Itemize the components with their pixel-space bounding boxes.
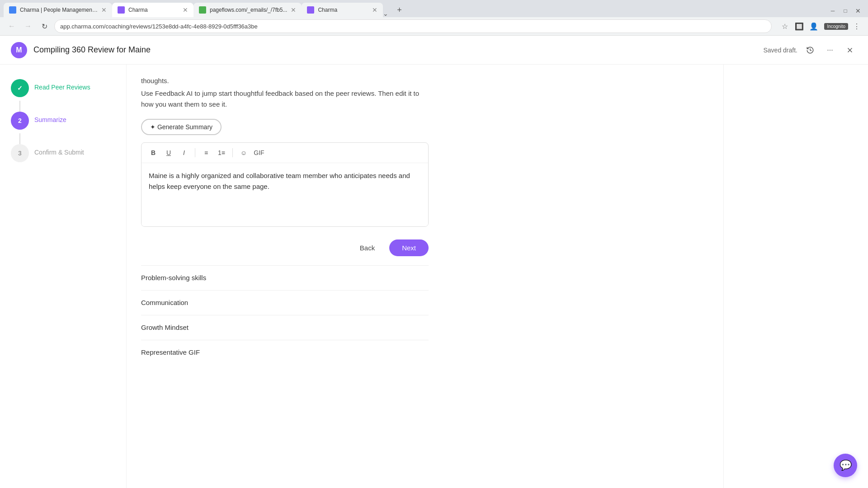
text-editor: B U I ≡ 1≡ — [141, 142, 429, 227]
step-3-item: 3 Confirm & Submit — [11, 144, 115, 162]
page-title: Compiling 360 Review for Maine — [33, 45, 764, 55]
tab-4[interactable]: Charma ✕ — [302, 3, 383, 17]
back-nav-btn[interactable]: ← — [5, 20, 18, 33]
ordered-list-icon: 1≡ — [218, 149, 225, 156]
main-content: ✓ Read Peer Reviews 2 Summarize 3 Confir… — [0, 65, 868, 488]
tab-2[interactable]: Charma ✕ — [112, 3, 193, 17]
browser-chrome: Charma | People Management S... ✕ Charma… — [0, 0, 868, 36]
address-bar[interactable]: app.charma.com/coaching/reviews/1253e8dd… — [54, 19, 772, 33]
emoji-btn[interactable]: ☺ — [237, 146, 250, 159]
generate-summary-button[interactable]: ✦ Generate Summary — [141, 119, 222, 135]
accordion-problem-solving-label: Problem-solving skills — [141, 274, 206, 282]
sidebar: ✓ Read Peer Reviews 2 Summarize 3 Confir… — [0, 65, 127, 488]
chat-button[interactable]: 💬 — [834, 454, 857, 477]
tab-1-close[interactable]: ✕ — [101, 6, 107, 14]
more-options-btn[interactable]: ··· — [823, 43, 837, 57]
forward-nav-btn[interactable]: → — [22, 20, 34, 33]
accordion-representative-gif-label: Representative GIF — [141, 348, 200, 356]
next-button[interactable]: Next — [389, 239, 429, 256]
tab-1-title: Charma | People Management S... — [20, 7, 98, 13]
extension-btn[interactable]: 🔲 — [793, 20, 805, 32]
accordion-representative-gif[interactable]: Representative GIF — [141, 340, 429, 365]
accordion-growth-mindset-label: Growth Mindset — [141, 324, 189, 331]
step-2-circle: 2 — [11, 112, 29, 130]
history-btn[interactable] — [803, 43, 817, 57]
app-logo: M — [11, 42, 27, 58]
accordion-problem-solving[interactable]: Problem-solving skills — [141, 266, 429, 291]
step-1-circle: ✓ — [11, 79, 29, 97]
underline-icon: U — [166, 149, 171, 156]
ordered-list-btn[interactable]: 1≡ — [215, 146, 228, 159]
accordion-communication[interactable]: Communication — [141, 291, 429, 315]
intro-text: thoughts. Use Feedback AI to jump start … — [141, 75, 429, 110]
emoji-icon: ☺ — [241, 149, 247, 156]
toolbar-divider-1 — [195, 148, 195, 157]
bullet-list-btn[interactable]: ≡ — [200, 146, 212, 159]
step-1-item: ✓ Read Peer Reviews — [11, 79, 115, 97]
browser-tabs-bar: Charma | People Management S... ✕ Charma… — [0, 0, 868, 17]
italic-icon: I — [183, 149, 185, 156]
tab-4-favicon — [307, 6, 314, 14]
tab-overflow-btn[interactable]: ⌄ — [383, 10, 388, 17]
tab-3-favicon — [199, 6, 206, 14]
step-connector-2 — [19, 133, 20, 144]
tab-2-favicon — [118, 6, 125, 14]
toolbar-divider-2 — [232, 148, 233, 157]
intro-text-main: Use Feedback AI to jump start thoughtful… — [141, 89, 419, 108]
reload-btn[interactable]: ↻ — [38, 20, 51, 33]
app-header: M Compiling 360 Review for Maine Saved d… — [0, 36, 868, 65]
step-3-label: Confirm & Submit — [34, 144, 84, 156]
content-inner: thoughts. Use Feedback AI to jump start … — [127, 65, 443, 375]
bookmark-btn[interactable]: ☆ — [779, 20, 791, 32]
chat-icon: 💬 — [840, 460, 852, 471]
tab-2-close[interactable]: ✕ — [183, 6, 188, 14]
incognito-badge: Incognito — [824, 23, 848, 30]
app-container: M Compiling 360 Review for Maine Saved d… — [0, 36, 868, 488]
editor-toolbar: B U I ≡ 1≡ — [142, 143, 428, 163]
bullet-list-icon: ≡ — [204, 149, 208, 156]
tab-2-title: Charma — [128, 7, 179, 13]
maximize-btn[interactable]: □ — [839, 5, 852, 17]
step-1-label: Read Peer Reviews — [34, 79, 90, 91]
italic-btn[interactable]: I — [178, 146, 190, 159]
close-review-btn[interactable] — [843, 43, 857, 57]
accordion-growth-mindset[interactable]: Growth Mindset — [141, 315, 429, 340]
accordion-communication-label: Communication — [141, 299, 188, 306]
gif-btn[interactable]: GIF — [253, 146, 265, 159]
browser-controls: ← → ↻ app.charma.com/coaching/reviews/12… — [0, 17, 868, 35]
tab-3-title: pageflows.com/_emails/_/7fb5... — [210, 7, 287, 13]
menu-btn[interactable]: ⋮ — [851, 20, 863, 32]
underline-btn[interactable]: U — [162, 146, 175, 159]
intro-text-line1: thoughts. — [141, 75, 429, 86]
browser-actions: ☆ 🔲 👤 Incognito ⋮ — [779, 20, 863, 32]
tab-1[interactable]: Charma | People Management S... ✕ — [4, 3, 112, 17]
minimize-btn[interactable]: ─ — [826, 5, 839, 17]
tab-3[interactable]: pageflows.com/_emails/_/7fb5... ✕ — [193, 3, 302, 17]
tab-3-close[interactable]: ✕ — [291, 6, 296, 14]
tab-4-close[interactable]: ✕ — [372, 6, 377, 14]
gif-icon: GIF — [254, 149, 264, 156]
new-tab-button[interactable]: + — [392, 3, 406, 17]
content-area: thoughts. Use Feedback AI to jump start … — [127, 65, 723, 488]
nav-buttons: Back Next — [141, 234, 429, 266]
address-bar-text: app.charma.com/coaching/reviews/1253e8dd… — [60, 23, 766, 30]
step-2-label: Summarize — [34, 112, 66, 123]
bold-icon: B — [151, 149, 156, 156]
step-2-item: 2 Summarize — [11, 112, 115, 130]
right-panel — [723, 65, 868, 488]
tab-1-favicon — [9, 6, 16, 14]
step-3-circle: 3 — [11, 144, 29, 162]
tab-4-title: Charma — [318, 7, 368, 13]
back-button[interactable]: Back — [353, 240, 382, 255]
header-actions: Saved draft. ··· — [764, 43, 858, 57]
close-window-btn[interactable]: ✕ — [852, 5, 864, 17]
step-connector-1 — [19, 101, 20, 112]
bold-btn[interactable]: B — [147, 146, 160, 159]
saved-draft-label: Saved draft. — [764, 47, 798, 54]
editor-content[interactable]: Maine is a highly organized and collabor… — [142, 163, 428, 226]
profile-btn[interactable]: 👤 — [808, 20, 820, 32]
